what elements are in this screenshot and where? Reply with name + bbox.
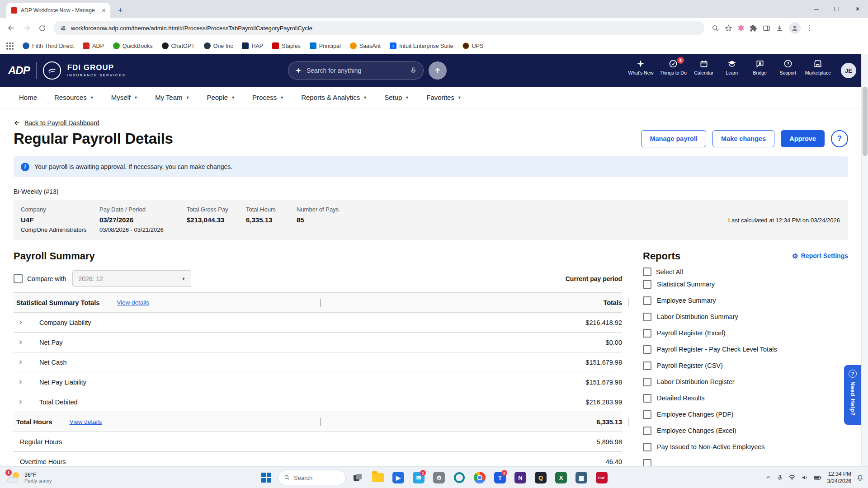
- chevron-right-icon[interactable]: [17, 319, 24, 326]
- search-zoom-icon[interactable]: [712, 24, 719, 32]
- view-details-link[interactable]: View details: [117, 299, 149, 306]
- report-checkbox[interactable]: [643, 296, 651, 305]
- excel-icon[interactable]: X: [552, 469, 570, 487]
- forward-icon[interactable]: [20, 21, 33, 35]
- report-checkbox[interactable]: [643, 394, 651, 403]
- chrome-icon[interactable]: [471, 469, 488, 487]
- onenote-icon[interactable]: N: [512, 469, 529, 487]
- nav-item-people[interactable]: People▼: [200, 87, 241, 108]
- teams-icon[interactable]: T2: [491, 469, 509, 487]
- report-checkbox[interactable]: [643, 459, 651, 467]
- bookmark-item[interactable]: SaasAnt: [350, 42, 381, 49]
- tray-wifi-icon[interactable]: [788, 474, 796, 481]
- chevron-right-icon[interactable]: [17, 399, 24, 405]
- need-help-tab[interactable]: ? Need Help?: [844, 365, 861, 425]
- refresh-icon[interactable]: [35, 21, 49, 35]
- notification-bell-icon[interactable]: [857, 474, 863, 481]
- calculator-icon[interactable]: ▦: [573, 469, 590, 487]
- bookmark-item[interactable]: ChatGPT: [162, 42, 195, 49]
- report-checkbox[interactable]: [643, 345, 651, 354]
- nav-item-setup[interactable]: Setup▼: [378, 87, 415, 108]
- acrobat-icon[interactable]: PDF: [593, 469, 610, 487]
- nav-item-favorites[interactable]: Favorites▼: [420, 87, 468, 108]
- search-submit-button[interactable]: [429, 61, 447, 80]
- report-checkbox[interactable]: [643, 361, 651, 370]
- nav-item-reports-analytics[interactable]: Reports & Analytics▼: [295, 87, 373, 108]
- side-panel-icon[interactable]: [763, 24, 770, 32]
- report-settings-link[interactable]: ⚙ Report Settings: [792, 252, 848, 259]
- help-button[interactable]: ?: [831, 130, 848, 147]
- browser-profile-avatar[interactable]: [789, 22, 801, 34]
- media-player-icon[interactable]: ▶: [390, 469, 407, 487]
- window-maximize-button[interactable]: [826, 0, 847, 18]
- view-details-link[interactable]: View details: [69, 418, 102, 425]
- nav-item-process[interactable]: Process▼: [246, 87, 290, 108]
- nav-item-resources[interactable]: Resources▼: [48, 87, 100, 108]
- extensions-puzzle-icon[interactable]: [750, 24, 757, 32]
- report-checkbox[interactable]: [643, 313, 651, 321]
- nav-item-home[interactable]: Home: [13, 87, 43, 108]
- antivirus-icon[interactable]: [451, 469, 468, 487]
- bookmark-item[interactable]: HAP: [242, 42, 263, 49]
- report-checkbox[interactable]: [643, 410, 651, 419]
- select-all-checkbox[interactable]: [643, 267, 651, 276]
- things-to-do-button[interactable]: 8 Things to Do: [658, 59, 689, 75]
- quickbooks-icon[interactable]: Q: [532, 469, 549, 487]
- bookmark-item[interactable]: UPS: [462, 42, 484, 49]
- address-bar[interactable]: workforcenow.adp.com/theme/admin.html#/P…: [53, 21, 704, 35]
- chevron-right-icon[interactable]: [17, 379, 24, 385]
- extension-pink-icon[interactable]: ✲: [738, 23, 744, 33]
- nav-item-myself[interactable]: Myself▼: [105, 87, 144, 108]
- bookmark-star-icon[interactable]: [725, 24, 732, 32]
- learn-button[interactable]: Learn: [719, 59, 745, 75]
- marketplace-button[interactable]: Marketplace: [803, 59, 833, 75]
- whats-new-button[interactable]: What's New: [627, 59, 656, 75]
- start-button[interactable]: [258, 469, 275, 487]
- bookmark-item[interactable]: IIntuit Enterprise Suite: [390, 42, 453, 49]
- back-icon[interactable]: [5, 21, 18, 35]
- tray-chevron-up-icon[interactable]: [765, 474, 771, 481]
- report-checkbox[interactable]: [643, 378, 651, 386]
- make-changes-button[interactable]: Make changes: [712, 130, 774, 147]
- download-icon[interactable]: [776, 24, 783, 32]
- tray-mic-icon[interactable]: [777, 474, 783, 481]
- browser-menu-icon[interactable]: ⋮: [806, 24, 813, 32]
- taskbar-search[interactable]: Search: [278, 470, 346, 485]
- page-scrollbar[interactable]: [861, 54, 868, 466]
- taskbar-clock[interactable]: 12:34 PM 3/24/2026: [827, 470, 851, 485]
- bridge-button[interactable]: B Bridge: [747, 59, 773, 75]
- compare-with-checkbox[interactable]: [14, 274, 23, 283]
- bookmark-item[interactable]: Fifth Third Direct: [23, 42, 74, 49]
- browser-tab[interactable]: ADP Workforce Now - Manage ✕: [6, 3, 110, 18]
- scrollbar-thumb[interactable]: [863, 87, 868, 156]
- calendar-button[interactable]: Calendar: [691, 59, 717, 75]
- file-explorer-icon[interactable]: [369, 469, 387, 487]
- task-view-icon[interactable]: [349, 469, 366, 487]
- approve-button[interactable]: Approve: [781, 130, 825, 147]
- bookmark-item[interactable]: Principal: [310, 42, 341, 49]
- apps-grid-icon[interactable]: [6, 42, 14, 50]
- window-minimize-button[interactable]: [806, 0, 826, 18]
- bookmark-item[interactable]: QuickBooks: [113, 42, 153, 49]
- settings-icon[interactable]: ⚙: [430, 469, 448, 487]
- support-button[interactable]: ? Support: [775, 59, 801, 75]
- report-checkbox[interactable]: [643, 443, 651, 451]
- user-avatar[interactable]: JE: [841, 63, 856, 78]
- weather-widget[interactable]: 1 36°F Partly sunny: [5, 467, 55, 488]
- tray-volume-icon[interactable]: [801, 474, 808, 481]
- chevron-right-icon[interactable]: [17, 339, 24, 346]
- bookmark-item[interactable]: Staples: [272, 42, 301, 49]
- new-tab-button[interactable]: +: [114, 4, 127, 17]
- report-checkbox[interactable]: [643, 280, 651, 289]
- tab-close-icon[interactable]: ✕: [102, 8, 106, 14]
- window-close-button[interactable]: ✕: [847, 0, 868, 18]
- tray-battery-icon[interactable]: [814, 474, 822, 481]
- global-search-input[interactable]: Search for anything: [288, 61, 424, 80]
- bookmark-item[interactable]: ADP: [83, 42, 104, 49]
- report-checkbox[interactable]: [643, 329, 651, 338]
- compare-period-select[interactable]: 2026: 12 ▼: [72, 270, 191, 287]
- nav-item-my-team[interactable]: My Team▼: [149, 87, 196, 108]
- report-checkbox[interactable]: [643, 427, 651, 435]
- mail-icon[interactable]: ✉1: [410, 469, 427, 487]
- back-to-dashboard-link[interactable]: Back to Payroll Dashboard: [24, 119, 99, 127]
